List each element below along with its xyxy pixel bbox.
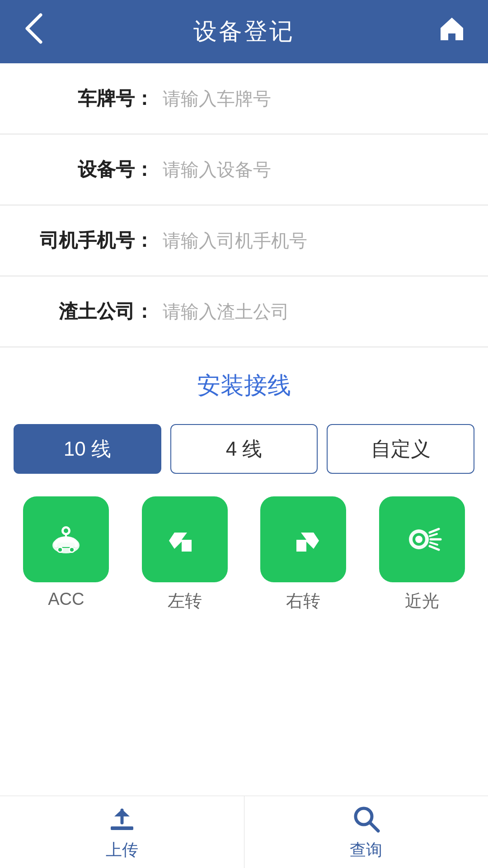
driver-phone-row: 司机手机号：	[0, 205, 488, 276]
feature-left-turn: 左转	[142, 496, 228, 613]
form-section: 车牌号： 设备号： 司机手机号： 渣土公司：	[0, 63, 488, 347]
right-turn-icon	[283, 519, 324, 560]
query-label: 查询	[350, 839, 382, 861]
left-turn-icon-box[interactable]	[142, 496, 228, 582]
company-label: 渣土公司：	[27, 299, 154, 324]
home-button[interactable]	[429, 15, 465, 48]
svg-rect-8	[65, 534, 67, 539]
acc-label: ACC	[48, 590, 84, 609]
right-turn-icon-box[interactable]	[260, 496, 346, 582]
svg-rect-19	[111, 826, 133, 830]
line-btn-10[interactable]: 10 线	[14, 424, 161, 474]
page-title: 设备登记	[193, 16, 295, 47]
line-btn-4[interactable]: 4 线	[170, 424, 318, 474]
svg-point-5	[70, 548, 74, 552]
driver-phone-input[interactable]	[154, 231, 461, 251]
upload-icon	[106, 803, 138, 835]
svg-line-17	[430, 534, 437, 536]
company-input[interactable]	[154, 302, 461, 322]
feature-acc: ACC	[23, 496, 109, 613]
right-turn-label: 右转	[286, 590, 320, 613]
acc-icon	[46, 519, 86, 560]
device-number-input[interactable]	[154, 160, 461, 180]
left-turn-icon	[164, 519, 205, 560]
svg-line-21	[370, 822, 378, 831]
low-beam-icon	[402, 519, 442, 560]
line-selector: 10 线 4 线 自定义	[0, 415, 488, 483]
svg-line-18	[430, 542, 437, 545]
upload-label: 上传	[106, 839, 138, 861]
svg-rect-9	[65, 537, 68, 538]
bottom-nav-upload[interactable]: 上传	[0, 796, 244, 868]
feature-right-turn: 右转	[260, 496, 346, 613]
device-number-row: 设备号：	[0, 134, 488, 205]
license-plate-label: 车牌号：	[27, 86, 154, 111]
svg-point-13	[415, 536, 422, 543]
line-btn-custom[interactable]: 自定义	[327, 424, 474, 474]
feature-low-beam: 近光	[379, 496, 465, 613]
svg-point-4	[58, 548, 62, 552]
svg-point-7	[64, 528, 68, 533]
license-plate-row: 车牌号：	[0, 63, 488, 134]
bottom-nav-query[interactable]: 查询	[244, 796, 488, 868]
install-title: 安装接线	[197, 372, 291, 398]
header: 设备登记	[0, 0, 488, 63]
svg-line-14	[430, 529, 439, 533]
company-row: 渣土公司：	[0, 276, 488, 347]
driver-phone-label: 司机手机号：	[27, 228, 154, 253]
license-plate-input[interactable]	[154, 89, 461, 109]
install-title-section: 安装接线	[0, 347, 488, 415]
acc-icon-box[interactable]	[23, 496, 109, 582]
low-beam-icon-box[interactable]	[379, 496, 465, 582]
svg-rect-10	[65, 539, 67, 540]
low-beam-label: 近光	[405, 590, 439, 613]
svg-line-16	[430, 546, 439, 550]
back-button[interactable]	[23, 13, 59, 51]
left-turn-label: 左转	[168, 590, 202, 613]
search-icon	[350, 803, 382, 835]
feature-grid: ACC 左转 右转	[0, 483, 488, 626]
bottom-nav: 上传 查询	[0, 796, 488, 868]
device-number-label: 设备号：	[27, 157, 154, 182]
